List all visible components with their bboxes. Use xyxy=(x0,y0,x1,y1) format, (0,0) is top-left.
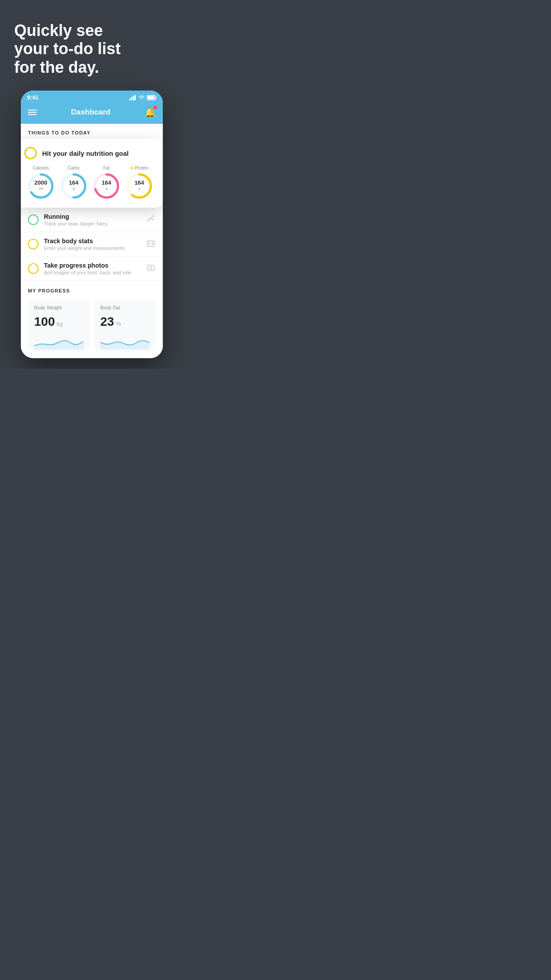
status-bar: 9:41 xyxy=(21,91,163,103)
svg-text:164: 164 xyxy=(69,179,79,186)
progress-section-label: MY PROGRESS xyxy=(28,288,156,293)
todo-subtitle-running: Track your stats (target: 5km) xyxy=(44,221,141,226)
nav-bar: Dashboard 🔔 xyxy=(21,103,163,124)
section-things-to-do: THINGS TO DO TODAY xyxy=(21,124,163,139)
svg-text:cal: cal xyxy=(39,186,43,190)
progress-cards: Body Weight 100 kg B xyxy=(28,299,156,358)
progress-section: MY PROGRESS Body Weight 100 kg xyxy=(21,281,163,358)
todo-subtitle-body-stats: Enter your weight and measurements xyxy=(44,245,141,251)
todo-title-body-stats: Track body stats xyxy=(44,237,141,245)
svg-text:2000: 2000 xyxy=(35,179,47,186)
ring-carbs: Carbs 164 g xyxy=(60,166,87,200)
photo-icon xyxy=(146,264,156,274)
svg-text:g: g xyxy=(106,186,107,190)
svg-text:164: 164 xyxy=(134,179,144,186)
svg-text:164: 164 xyxy=(102,179,111,186)
bell-icon[interactable]: 🔔 xyxy=(145,107,156,118)
svg-rect-6 xyxy=(148,96,154,99)
protein-ring-svg: 164 g xyxy=(126,172,153,200)
wifi-icon xyxy=(138,95,145,100)
body-weight-title: Body Weight xyxy=(34,305,83,310)
svg-rect-0 xyxy=(129,99,130,100)
body-fat-unit: % xyxy=(116,320,121,327)
body-fat-number: 23 xyxy=(100,315,114,329)
todo-title-running: Running xyxy=(44,213,141,220)
todo-item-body-stats[interactable]: Track body stats Enter your weight and m… xyxy=(21,232,163,257)
notification-dot xyxy=(153,106,157,109)
body-weight-value: 100 kg xyxy=(34,315,83,329)
running-icon xyxy=(146,215,156,225)
todo-circle-running xyxy=(28,214,39,225)
ring-fat: Fat 164 g xyxy=(93,166,120,200)
todo-circle-photos xyxy=(28,263,39,274)
body-weight-unit: kg xyxy=(57,320,63,327)
svg-text:g: g xyxy=(138,186,140,190)
signal-icon xyxy=(129,95,136,100)
body-weight-number: 100 xyxy=(34,315,55,329)
body-weight-card[interactable]: Body Weight 100 kg xyxy=(28,299,90,351)
ring-protein: ★ Protein 164 g xyxy=(126,166,153,200)
todo-text-running: Running Track your stats (target: 5km) xyxy=(44,213,141,226)
star-icon: ★ xyxy=(130,166,134,170)
body-weight-chart xyxy=(34,333,83,349)
svg-rect-3 xyxy=(134,95,136,100)
nutrition-card[interactable]: Hit your daily nutrition goal Calories 2… xyxy=(21,139,163,208)
phone-shell: 9:41 xyxy=(21,91,163,358)
body-fat-title: Body Fat xyxy=(100,305,150,310)
todo-subtitle-photos: Add images of your front, back, and side xyxy=(44,270,141,275)
todo-item-running[interactable]: Running Track your stats (target: 5km) xyxy=(21,208,163,232)
ring-calories: Calories 2000 cal xyxy=(27,166,55,200)
nutrition-rings: Calories 2000 cal Carbs xyxy=(24,166,156,200)
svg-text:g: g xyxy=(73,186,75,190)
todo-circle-body-stats xyxy=(28,239,39,249)
nav-title: Dashboard xyxy=(71,108,110,117)
todo-text-body-stats: Track body stats Enter your weight and m… xyxy=(44,237,141,251)
todo-list: Running Track your stats (target: 5km) xyxy=(21,208,163,281)
todo-item-photos[interactable]: Take progress photos Add images of your … xyxy=(21,257,163,281)
svg-rect-1 xyxy=(131,97,132,100)
protein-label: ★ Protein xyxy=(130,166,149,170)
body-fat-value: 23 % xyxy=(100,315,150,329)
carbs-ring-svg: 164 g xyxy=(60,172,87,200)
todo-title-photos: Take progress photos xyxy=(44,262,141,269)
fat-ring-svg: 164 g xyxy=(93,172,120,200)
status-icons xyxy=(129,95,157,100)
todo-text-photos: Take progress photos Add images of your … xyxy=(44,262,141,275)
nutrition-card-header: Hit your daily nutrition goal xyxy=(24,147,156,159)
battery-icon xyxy=(147,95,157,100)
svg-point-29 xyxy=(150,267,151,268)
hero-title: Quickly see your to-do list for the day. xyxy=(14,21,169,76)
svg-rect-5 xyxy=(156,96,157,99)
body-fat-card[interactable]: Body Fat 23 % xyxy=(94,299,156,351)
nutrition-check-circle xyxy=(24,147,37,159)
body-fat-chart xyxy=(100,333,150,349)
status-time: 9:41 xyxy=(27,94,39,101)
scale-icon xyxy=(146,239,156,249)
hero-section: Quickly see your to-do list for the day. xyxy=(0,0,184,91)
phone-wrapper: 9:41 xyxy=(0,91,184,369)
nutrition-card-title: Hit your daily nutrition goal xyxy=(42,150,129,157)
svg-rect-2 xyxy=(133,96,134,100)
dashboard-content: THINGS TO DO TODAY Hit your daily nutrit… xyxy=(21,124,163,358)
calories-ring-svg: 2000 cal xyxy=(27,172,55,200)
menu-icon[interactable] xyxy=(28,108,37,116)
